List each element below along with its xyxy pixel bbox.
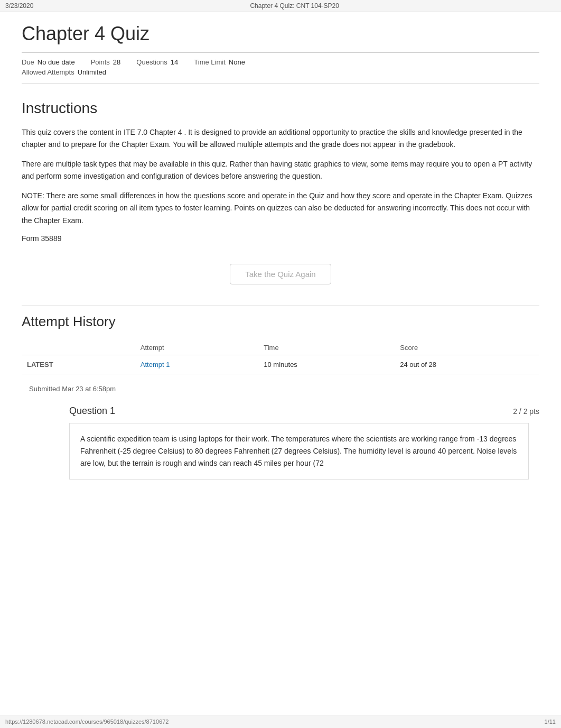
attempt-time: 10 minutes	[258, 355, 395, 374]
due-label: Due	[22, 58, 34, 66]
browser-bar: 3/23/2020 Chapter 4 Quiz: CNT 104-SP20	[0, 0, 561, 12]
browser-date: 3/23/2020	[5, 2, 33, 10]
meta-table: Due No due date Points 28 Questions 14 T…	[22, 58, 539, 68]
attempt-table-header: Attempt Time Score	[22, 340, 539, 355]
questions-label: Questions	[136, 58, 167, 66]
question-1-content: A scientific expedition team is using la…	[69, 423, 529, 480]
take-quiz-button-wrapper: Take the Quiz Again	[22, 264, 539, 284]
take-quiz-button[interactable]: Take the Quiz Again	[230, 264, 331, 284]
instructions-para-2: There are multiple task types that may b…	[22, 158, 539, 182]
main-container: Chapter 4 Quiz Due No due date Points 28…	[11, 12, 550, 501]
browser-tab-title: Chapter 4 Quiz: CNT 104-SP20	[250, 2, 339, 10]
instructions-title: Instructions	[22, 100, 539, 117]
form-number: Form 35889	[22, 234, 539, 243]
meta-questions: Questions 14	[136, 58, 178, 66]
quiz-title: Chapter 4 Quiz	[22, 12, 539, 53]
meta-due: Due No due date	[22, 58, 75, 66]
meta-allowed-attempts: Allowed Attempts Unlimited	[22, 68, 106, 76]
attempt-table-header-row: Attempt Time Score	[22, 340, 539, 355]
question-1-pts: 2 / 2 pts	[513, 407, 539, 416]
col-badge	[22, 340, 135, 355]
attempt-link-cell: Attempt 1	[135, 355, 258, 374]
attempt-history-title: Attempt History	[22, 306, 539, 330]
instructions-para-3: NOTE: There are some small differences i…	[22, 190, 539, 226]
attempt-score: 24 out of 28	[395, 355, 539, 374]
meta-points: Points 28	[91, 58, 121, 66]
table-row: LATEST Attempt 1 10 minutes 24 out of 28	[22, 355, 539, 374]
due-value: No due date	[38, 58, 75, 66]
submitted-info: Submitted Mar 23 at 6:58pm	[29, 385, 539, 393]
attempt-table-body: LATEST Attempt 1 10 minutes 24 out of 28	[22, 355, 539, 374]
meta-table-row2: Allowed Attempts Unlimited	[22, 68, 539, 78]
allowed-attempts-label: Allowed Attempts	[22, 68, 74, 76]
question-1-title: Question 1	[69, 406, 115, 417]
time-limit-value: None	[229, 58, 245, 66]
col-score: Score	[395, 340, 539, 355]
points-label: Points	[91, 58, 110, 66]
latest-badge: LATEST	[22, 355, 135, 374]
attempt-1-link[interactable]: Attempt 1	[141, 361, 170, 368]
col-time: Time	[258, 340, 395, 355]
allowed-attempts-value: Unlimited	[78, 68, 106, 76]
time-limit-label: Time Limit	[194, 58, 225, 66]
meta-row: Due No due date Points 28 Questions 14 T…	[22, 53, 539, 84]
attempt-history-table: Attempt Time Score LATEST Attempt 1 10 m…	[22, 340, 539, 374]
question-1-header: Question 1 2 / 2 pts	[22, 406, 539, 417]
meta-time-limit: Time Limit None	[194, 58, 245, 66]
col-attempt: Attempt	[135, 340, 258, 355]
instructions-para-1: This quiz covers the content in ITE 7.0 …	[22, 126, 539, 151]
questions-value: 14	[171, 58, 178, 66]
points-value: 28	[113, 58, 120, 66]
